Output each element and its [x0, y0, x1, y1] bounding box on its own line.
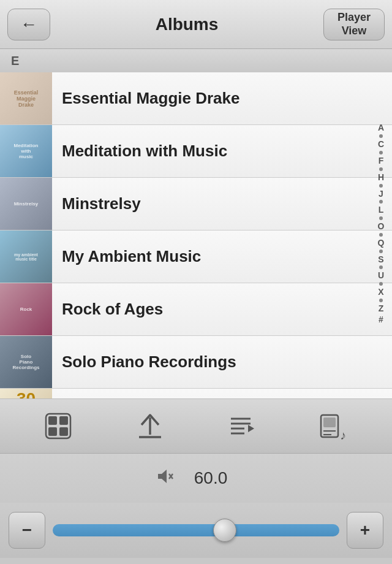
header-bar: ← Albums Player View	[0, 0, 392, 49]
alpha-dot-5	[379, 200, 383, 204]
alpha-dot-11	[379, 299, 383, 302]
svg-text:♪: ♪	[340, 429, 346, 441]
slider-area: − +	[0, 503, 392, 558]
alpha-s[interactable]: S	[378, 254, 383, 265]
plus-icon: +	[360, 520, 370, 540]
volume-slider[interactable]	[53, 524, 339, 536]
album-thumb-minstrelsy: Minstrelsy	[0, 178, 52, 230]
alpha-f[interactable]: F	[379, 156, 384, 166]
alpha-dot-6	[379, 216, 383, 220]
home-icon	[43, 411, 73, 441]
album-thumb-solo: SoloPianoRecordings	[0, 336, 52, 388]
album-name-ambient: My Ambient Music	[52, 247, 392, 266]
upload-button[interactable]	[127, 405, 173, 448]
alpha-l[interactable]: L	[379, 205, 384, 215]
thumb-label-essential: EssentialMaggieDrake	[13, 88, 40, 109]
alpha-dot-2	[379, 151, 383, 154]
home-button[interactable]	[36, 405, 81, 448]
alpha-q[interactable]: Q	[378, 238, 385, 248]
upload-icon	[137, 411, 164, 441]
alpha-o[interactable]: O	[378, 221, 385, 232]
album-name-minstrelsy: Minstrelsy	[52, 194, 392, 213]
album-name-rock: Rock of Ages	[52, 300, 392, 319]
album-thumb-meditation: Meditationwithmusic	[0, 125, 52, 177]
album-list: E EssentialMaggieDrake Essential Maggie …	[0, 49, 392, 398]
minus-icon: −	[22, 520, 32, 540]
thumb-label-ambient: my ambientmusic title	[13, 251, 39, 262]
media-icon: ♪	[319, 411, 349, 441]
svg-rect-3	[48, 427, 57, 436]
alpha-u[interactable]: U	[378, 270, 384, 281]
album-row-essential[interactable]: EssentialMaggieDrake Essential Maggie Dr…	[0, 72, 392, 125]
album-name-meditation: Meditation with Music	[52, 142, 392, 161]
alpha-h[interactable]: H	[378, 172, 384, 183]
svg-marker-17	[158, 470, 167, 483]
album-thumb-ambient: my ambientmusic title	[0, 231, 52, 283]
volume-value: 60.0	[186, 468, 235, 488]
album-row-minstrelsy[interactable]: Minstrelsy Minstrelsy	[0, 178, 392, 231]
slider-thumb[interactable]	[213, 519, 236, 542]
svg-rect-1	[48, 416, 57, 425]
toolbar: ♪	[0, 398, 392, 454]
album-name-solo: Solo Piano Recordings	[52, 352, 392, 372]
album-name-essential: Essential Maggie Drake	[52, 89, 392, 108]
album-thumb-classical: 30 ClassicalFavorites	[0, 389, 52, 398]
volume-speaker-icon	[157, 468, 175, 489]
player-view-label: Player View	[337, 11, 371, 37]
media-button[interactable]: ♪	[311, 405, 357, 448]
thumb-label-minstrelsy: Minstrelsy	[13, 200, 40, 208]
alpha-j[interactable]: J	[379, 189, 383, 199]
album-row-ambient[interactable]: my ambientmusic title My Ambient Music	[0, 231, 392, 283]
album-row-classical[interactable]: 30 ClassicalFavorites 30 Classical Favor…	[0, 389, 392, 398]
alpha-dot-3	[379, 167, 383, 171]
player-view-button[interactable]: Player View	[323, 9, 385, 40]
alpha-dot-9	[379, 265, 383, 269]
alpha-dot-1	[379, 134, 383, 138]
thumb-label-rock: Rock	[19, 305, 34, 313]
alpha-dot-4	[379, 184, 383, 188]
alpha-dot-8	[379, 250, 383, 253]
volume-decrease-button[interactable]: −	[9, 512, 45, 549]
album-row-meditation[interactable]: Meditationwithmusic Meditation with Musi…	[0, 125, 392, 178]
thumb-label-solo: SoloPianoRecordings	[11, 352, 40, 372]
album-row-rock[interactable]: Rock Rock of Ages	[0, 283, 392, 336]
playlist-icon	[227, 411, 257, 441]
section-letter: E	[11, 54, 19, 68]
alpha-dot-10	[379, 282, 383, 286]
alpha-x[interactable]: X	[378, 287, 383, 297]
volume-increase-button[interactable]: +	[347, 512, 383, 549]
classical-num: 30 ClassicalFavorites	[16, 389, 36, 399]
alpha-sidebar: A C F H J L O Q S U X Z #	[372, 49, 390, 398]
svg-rect-2	[59, 416, 68, 425]
alpha-c[interactable]: C	[378, 139, 384, 150]
svg-rect-4	[59, 427, 68, 436]
album-row-solo[interactable]: SoloPianoRecordings Solo Piano Recording…	[0, 336, 392, 389]
section-header-e: E	[0, 49, 392, 72]
thumb-label-meditation: Meditationwithmusic	[13, 142, 40, 161]
playlist-button[interactable]	[219, 405, 265, 448]
back-button[interactable]: ←	[7, 9, 50, 40]
back-arrow-icon: ←	[20, 16, 37, 33]
album-thumb-rock: Rock	[0, 283, 52, 335]
album-thumb-essential: EssentialMaggieDrake	[0, 72, 52, 124]
svg-marker-11	[248, 425, 254, 432]
alpha-a[interactable]: A	[378, 123, 384, 133]
page-title: Albums	[50, 15, 323, 34]
volume-area: 60.0	[0, 454, 392, 503]
alpha-z[interactable]: Z	[379, 303, 384, 314]
svg-rect-13	[323, 417, 336, 427]
alpha-hash[interactable]: #	[379, 314, 383, 325]
alpha-dot-7	[379, 233, 383, 237]
